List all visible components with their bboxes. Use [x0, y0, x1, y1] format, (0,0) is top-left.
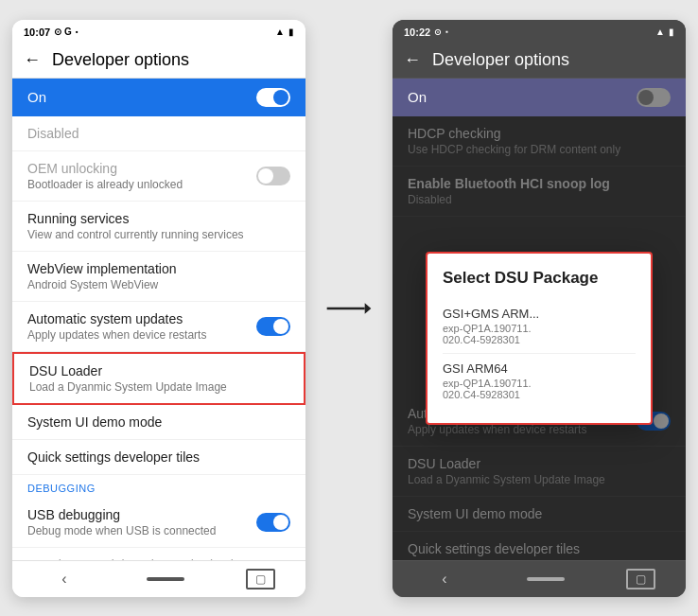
setting-subtitle: Bootloader is already unlocked: [27, 178, 256, 191]
setting-subtitle: Android System WebView: [27, 278, 290, 291]
setting-title: System UI demo mode: [27, 414, 290, 430]
right-on-label: On: [408, 89, 427, 105]
left-toolbar: ← Developer options: [12, 43, 305, 79]
dialog-option-sub: exp-QP1A.190711.020.C4-5928301: [443, 323, 636, 345]
dialog-option-gsi-arm64[interactable]: GSI ARM64 exp-QP1A.190711.020.C4-5928301: [443, 354, 636, 408]
setting-title: OEM unlocking: [27, 161, 256, 176]
google-icon: ⊙ G: [54, 26, 72, 37]
cam-icon: ⊙: [434, 27, 442, 37]
left-toolbar-title: Developer options: [52, 50, 189, 70]
dialog-overlay: Select DSU Package GSI+GMS ARM... exp-QP…: [393, 116, 686, 560]
right-nav-bar: ‹ ▢: [393, 560, 686, 597]
nav-home-button[interactable]: [147, 577, 184, 581]
nav-recent-button[interactable]: ▢: [246, 569, 275, 590]
setting-title: WebView implementation: [27, 261, 290, 276]
dot-icon: ▪: [445, 27, 448, 36]
right-toolbar-title: Developer options: [432, 50, 569, 70]
setting-title: Automatic system updates: [27, 311, 256, 326]
section-label-debugging: DEBUGGING: [12, 475, 305, 498]
list-item[interactable]: Quick settings developer tiles: [12, 440, 305, 475]
right-phone-content: HDCP checking Use HDCP checking for DRM …: [393, 116, 686, 560]
right-status-icons: ▲ ▮: [655, 26, 674, 37]
list-item[interactable]: Revoke USB debugging authorizations: [12, 548, 305, 560]
left-settings-list: Disabled OEM unlocking Bootloader is alr…: [12, 116, 305, 560]
battery-icon: ▮: [669, 26, 674, 37]
dialog-option-name: GSI ARM64: [443, 361, 636, 376]
usb-debug-toggle[interactable]: [256, 513, 290, 532]
right-toolbar: ← Developer options: [393, 43, 686, 79]
setting-title: DSU Loader: [29, 363, 288, 378]
select-dsu-dialog: Select DSU Package GSI+GMS ARM... exp-QP…: [426, 252, 653, 425]
auto-update-toggle[interactable]: [256, 317, 290, 336]
left-status-bar: 10:07 ⊙ G • ▲ ▮: [12, 20, 305, 43]
setting-subtitle: Debug mode when USB is connected: [27, 524, 256, 537]
dsu-loader-item[interactable]: DSU Loader Load a Dyanmic System Update …: [12, 352, 305, 405]
setting-title: USB debugging: [27, 507, 256, 522]
left-status-icons: ▲ ▮: [275, 26, 294, 37]
wifi-icon: ▲: [655, 26, 665, 37]
right-status-time: 10:22 ⊙ ▪: [404, 26, 448, 38]
svg-marker-1: [365, 303, 372, 314]
wifi-icon: ▲: [275, 26, 285, 37]
setting-title: Disabled: [27, 126, 290, 141]
nav-recent-button[interactable]: ▢: [626, 569, 655, 590]
right-phone: 10:22 ⊙ ▪ ▲ ▮ ← Developer options On: [393, 20, 686, 597]
dialog-title: Select DSU Package: [443, 269, 636, 288]
left-phone: 10:07 ⊙ G • ▲ ▮ ← Developer options On D…: [12, 20, 305, 597]
right-on-toggle[interactable]: [637, 88, 671, 107]
battery-icon: ▮: [288, 26, 294, 37]
right-back-button[interactable]: ←: [404, 50, 421, 70]
setting-subtitle: Apply updates when device restarts: [27, 328, 256, 342]
left-on-toggle[interactable]: [256, 88, 290, 107]
setting-subtitle: Load a Dyanmic System Update Image: [29, 380, 288, 394]
right-on-row[interactable]: On: [393, 79, 686, 116]
dialog-option-sub: exp-QP1A.190711.020.C4-5928301: [443, 378, 636, 400]
list-item[interactable]: Automatic system updates Apply updates w…: [12, 302, 305, 352]
oem-toggle[interactable]: [256, 167, 290, 185]
left-nav-bar: ‹ ▢: [12, 560, 305, 597]
screen-wrapper: 10:07 ⊙ G • ▲ ▮ ← Developer options On D…: [0, 0, 698, 616]
dialog-option-gsi-gms[interactable]: GSI+GMS ARM... exp-QP1A.190711.020.C4-59…: [443, 299, 636, 354]
setting-title: Running services: [27, 211, 290, 226]
nav-home-button[interactable]: [527, 577, 565, 581]
left-status-time: 10:07 ⊙ G •: [24, 26, 79, 38]
nav-back-button[interactable]: ‹: [423, 567, 465, 591]
setting-subtitle: View and control currently running servi…: [27, 228, 290, 241]
list-item[interactable]: USB debugging Debug mode when USB is con…: [12, 498, 305, 548]
left-on-label: On: [27, 89, 46, 105]
right-status-bar: 10:22 ⊙ ▪ ▲ ▮: [393, 20, 686, 43]
left-back-button[interactable]: ←: [24, 50, 41, 70]
left-on-row[interactable]: On: [12, 79, 305, 116]
arrow-container: [321, 294, 377, 323]
list-item[interactable]: OEM unlocking Bootloader is already unlo…: [12, 151, 305, 202]
list-item[interactable]: Running services View and control curren…: [12, 202, 305, 252]
list-item[interactable]: Disabled: [12, 116, 305, 151]
setting-title: Quick settings developer tiles: [27, 449, 290, 465]
list-item[interactable]: WebView implementation Android System We…: [12, 252, 305, 302]
transition-arrow: [325, 294, 373, 323]
nav-back-button[interactable]: ‹: [43, 567, 85, 591]
dialog-option-name: GSI+GMS ARM...: [443, 307, 636, 321]
list-item[interactable]: System UI demo mode: [12, 405, 305, 440]
